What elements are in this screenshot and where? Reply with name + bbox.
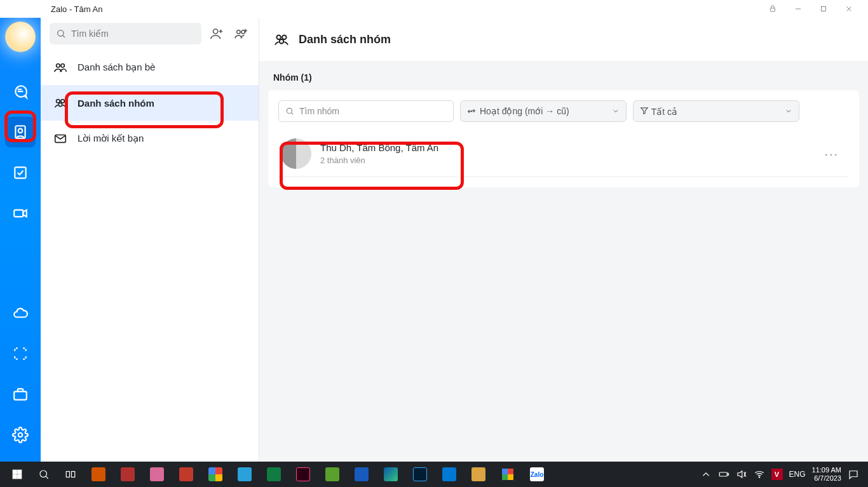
sidebar-item-invites[interactable]: Lời mời kết bạn xyxy=(41,121,259,156)
minimize-button[interactable] xyxy=(785,0,811,18)
clock-date: 6/7/2023 xyxy=(812,474,841,483)
create-group-button[interactable] xyxy=(232,25,250,43)
svg-rect-37 xyxy=(13,470,17,474)
user-avatar[interactable] xyxy=(5,22,36,52)
svg-point-19 xyxy=(237,30,241,34)
svg-point-8 xyxy=(18,129,23,133)
taskbar-app[interactable] xyxy=(113,462,142,487)
chevron-down-icon xyxy=(785,107,792,115)
left-navbar xyxy=(0,18,41,462)
taskbar-taskview[interactable] xyxy=(57,462,84,487)
group-more-button[interactable]: ··· xyxy=(817,147,846,161)
nav-todo[interactable] xyxy=(5,157,36,188)
filter-label: Tất cả xyxy=(651,107,677,117)
lock-icon[interactable] xyxy=(760,0,785,18)
svg-point-30 xyxy=(282,36,287,40)
svg-point-26 xyxy=(61,100,65,103)
svg-point-41 xyxy=(40,470,47,477)
svg-line-33 xyxy=(292,113,294,115)
sidebar-item-friends[interactable]: Danh sách bạn bè xyxy=(41,50,259,85)
language-indicator[interactable]: ENG xyxy=(789,470,806,479)
taskbar-search[interactable] xyxy=(31,462,57,487)
start-button[interactable] xyxy=(4,462,31,487)
taskbar-app[interactable] xyxy=(142,462,172,487)
taskbar-app-word[interactable] xyxy=(347,462,376,487)
svg-point-50 xyxy=(759,477,760,478)
taskbar-app-notes[interactable] xyxy=(464,462,493,487)
sidebar-item-label: Lời mời kết bạn xyxy=(78,133,144,144)
svg-rect-38 xyxy=(18,470,22,474)
taskbar-app-photoshop[interactable] xyxy=(405,462,435,487)
notifications-icon[interactable] xyxy=(848,469,859,480)
taskbar-app-excel[interactable] xyxy=(259,462,288,487)
volume-icon[interactable] xyxy=(736,469,747,480)
search-icon xyxy=(285,107,294,116)
group-search-input[interactable]: Tìm nhóm xyxy=(278,100,454,122)
svg-point-29 xyxy=(276,36,281,40)
search-input[interactable]: Tìm kiếm xyxy=(50,23,201,44)
groups-card: Tìm nhóm Hoạt động (mới → cũ) Tất cả xyxy=(268,90,859,187)
svg-rect-46 xyxy=(728,474,729,476)
nav-video[interactable] xyxy=(5,198,36,229)
wifi-icon[interactable] xyxy=(754,469,765,480)
nav-settings[interactable] xyxy=(5,420,36,450)
windows-taskbar: Zalo V ENG 11:09 AM 6/7/2023 xyxy=(0,462,868,487)
taskbar-app-telegram[interactable] xyxy=(230,462,259,487)
svg-point-13 xyxy=(18,433,23,437)
main-title: Danh sách nhóm xyxy=(299,33,391,46)
svg-rect-10 xyxy=(14,210,23,217)
svg-rect-9 xyxy=(15,167,25,178)
side-panel: Tìm kiếm Danh sách bạn bè Danh sách nhóm… xyxy=(41,18,259,462)
svg-rect-2 xyxy=(822,7,826,11)
sidebar-item-label: Danh sách bạn bè xyxy=(78,62,155,73)
search-icon xyxy=(56,29,66,39)
groups-header-icon xyxy=(273,31,290,48)
system-tray[interactable]: V ENG 11:09 AM 6/7/2023 xyxy=(700,466,865,483)
svg-line-42 xyxy=(46,476,48,478)
svg-rect-39 xyxy=(13,475,17,479)
close-button[interactable] xyxy=(836,0,862,18)
filter-icon xyxy=(640,106,649,115)
sort-dropdown[interactable]: Hoạt động (mới → cũ) xyxy=(460,100,627,122)
svg-rect-45 xyxy=(719,472,727,476)
group-members: 2 thành viên xyxy=(320,156,438,165)
battery-icon[interactable] xyxy=(718,469,729,480)
nav-chat[interactable] xyxy=(5,76,36,107)
group-avatar xyxy=(281,138,311,169)
taskbar-app-browser[interactable] xyxy=(435,462,464,487)
main-area: Danh sách nhóm Nhóm (1) Tìm nhóm Hoạt độ… xyxy=(259,18,868,462)
taskbar-clock[interactable]: 11:09 AM 6/7/2023 xyxy=(812,466,841,483)
friends-icon xyxy=(53,60,67,74)
group-count-label: Nhóm (1) xyxy=(259,61,868,90)
taskbar-app-zalo[interactable]: Zalo xyxy=(522,462,552,487)
sidebar-item-groups[interactable]: Danh sách nhóm xyxy=(41,85,259,121)
search-placeholder: Tìm kiếm xyxy=(71,29,109,39)
nav-capture[interactable] xyxy=(5,338,36,369)
taskbar-app-chrome[interactable] xyxy=(201,462,230,487)
svg-rect-40 xyxy=(18,475,22,479)
svg-point-27 xyxy=(58,103,62,107)
nav-cloud[interactable] xyxy=(5,298,36,328)
svg-point-32 xyxy=(287,108,292,113)
tray-app-icon[interactable]: V xyxy=(771,469,783,480)
taskbar-app-explorer[interactable] xyxy=(84,462,113,487)
taskbar-app-powerpoint[interactable] xyxy=(172,462,201,487)
tray-chevron-up-icon[interactable] xyxy=(700,469,712,480)
svg-point-16 xyxy=(214,29,218,34)
clock-time: 11:09 AM xyxy=(812,466,841,474)
filter-dropdown[interactable]: Tất cả xyxy=(633,100,799,122)
add-friend-button[interactable] xyxy=(208,25,226,43)
svg-point-25 xyxy=(57,100,60,103)
taskbar-app-coreldraw[interactable] xyxy=(318,462,347,487)
main-header: Danh sách nhóm xyxy=(259,18,868,61)
taskbar-app-chrome2[interactable] xyxy=(493,462,522,487)
groups-icon xyxy=(53,96,67,110)
svg-point-24 xyxy=(61,64,65,68)
taskbar-app-edge[interactable] xyxy=(376,462,405,487)
nav-contacts[interactable] xyxy=(5,117,36,147)
maximize-button[interactable] xyxy=(811,0,836,18)
taskbar-app-indesign[interactable] xyxy=(288,462,318,487)
nav-briefcase[interactable] xyxy=(5,379,36,410)
group-row[interactable]: Thu Dh, Tâm Bông, Tâm An 2 thành viên ··… xyxy=(278,131,849,177)
svg-marker-47 xyxy=(738,471,742,478)
